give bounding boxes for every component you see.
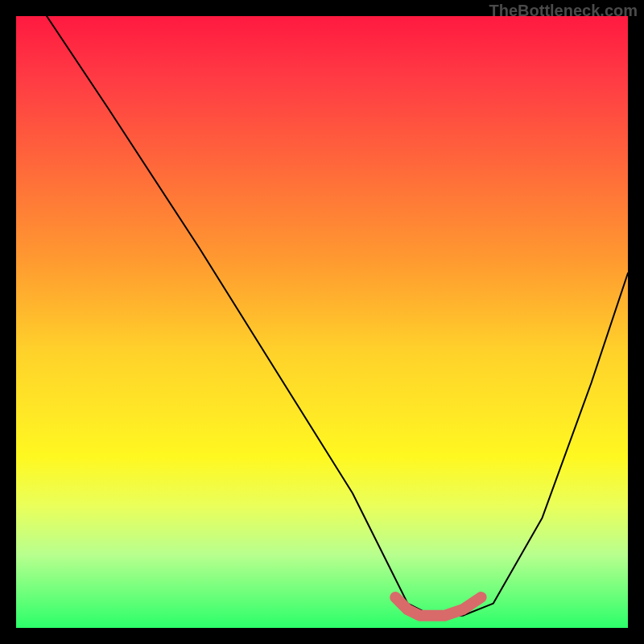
chart-frame: TheBottleneck.com	[0, 0, 644, 644]
chart-svg	[16, 16, 628, 628]
plot-area	[16, 16, 628, 628]
series-bottleneck-curve	[47, 16, 628, 616]
